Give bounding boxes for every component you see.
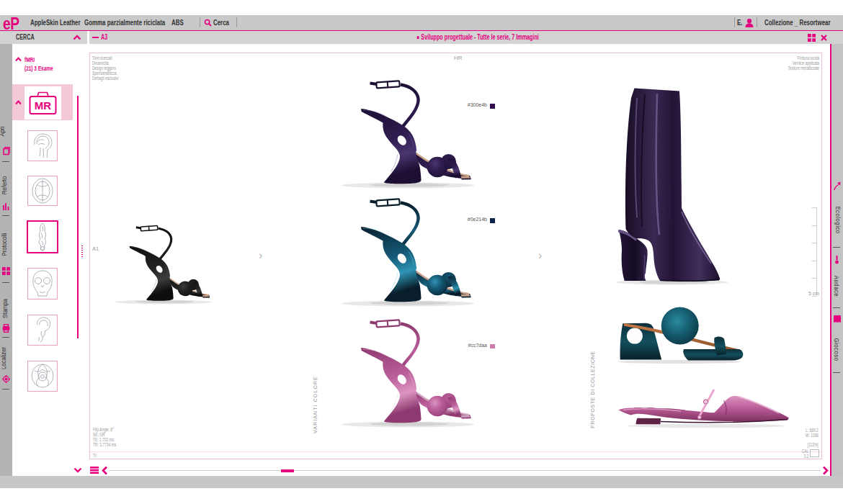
svg-text:MR: MR — [35, 99, 51, 112]
